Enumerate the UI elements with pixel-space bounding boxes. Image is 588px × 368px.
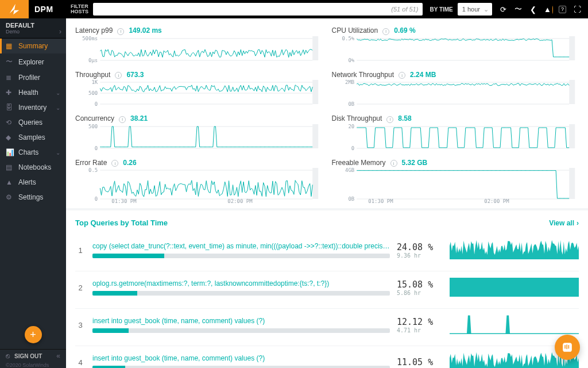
info-icon[interactable]: i: [117, 28, 124, 35]
collapse-sidebar-icon[interactable]: «: [56, 352, 60, 360]
nav-icon: ⟲: [6, 118, 14, 126]
queries-title: Top Queries by Total Time: [75, 218, 168, 227]
metric-title: Throughput: [75, 71, 110, 79]
metric-chart[interactable]: 0.5%0%: [332, 35, 579, 65]
signout-icon[interactable]: ⎋: [6, 352, 10, 360]
metric-chart[interactable]: 1K5000: [75, 79, 323, 109]
env-selector[interactable]: DEFAULT Demo ›: [0, 18, 66, 39]
bell-icon[interactable]: ▲: [544, 5, 552, 13]
query-time: 5.86 hr: [397, 290, 443, 296]
metric-title: Network Throughput: [332, 71, 394, 79]
env-name: DEFAULT: [6, 22, 60, 29]
query-time: 4.71 hr: [397, 327, 443, 334]
sidebar-item-notebooks[interactable]: ▤Notebooks: [0, 160, 66, 175]
metric-chart[interactable]: 500ms0µs: [75, 35, 323, 65]
info-icon[interactable]: i: [382, 28, 389, 35]
trend-icon[interactable]: 〜: [514, 5, 522, 13]
sidebar-item-inventory[interactable]: 🗄Inventory⌄: [0, 100, 66, 115]
sidebar-item-charts[interactable]: 📊Charts⌄: [0, 145, 66, 160]
svg-text:0.5: 0.5: [88, 167, 98, 173]
sidebar-item-profiler[interactable]: ≣Profiler: [0, 70, 66, 85]
add-button[interactable]: +: [25, 326, 42, 343]
query-index: 2: [75, 283, 86, 292]
svg-rect-39: [569, 168, 575, 199]
sidebar-item-queries[interactable]: ⟲Queries: [0, 115, 66, 130]
query-row[interactable]: 1 copy (select date_trunc(?::text, event…: [75, 234, 579, 271]
query-sparkline: [450, 276, 579, 299]
query-pct: 12.12 %: [397, 317, 443, 327]
svg-text:0B: 0B: [348, 196, 354, 202]
sidebar-item-alerts[interactable]: ▲Alerts: [0, 175, 66, 190]
info-icon[interactable]: i: [119, 116, 126, 123]
svg-text:02:00 PM: 02:00 PM: [227, 198, 253, 204]
svg-text:01:30 PM: 01:30 PM: [111, 198, 137, 204]
sidebar-item-samples[interactable]: ◆Samples: [0, 130, 66, 145]
metrics-grid: Latency p99 i 149.02 ms 500ms0µs Through…: [66, 18, 588, 210]
info-icon[interactable]: i: [115, 72, 122, 79]
query-sparkline: [450, 313, 579, 336]
svg-text:0%: 0%: [348, 57, 354, 63]
metric-chart[interactable]: 200: [332, 123, 579, 153]
svg-rect-48: [566, 344, 567, 349]
metric-head: Disk Throughput i 8.58: [332, 114, 579, 123]
nav-icon: 🗄: [6, 103, 14, 112]
info-icon[interactable]: i: [111, 160, 118, 167]
intercom-launcher[interactable]: [555, 335, 580, 360]
chevron-right-icon: ›: [577, 219, 579, 227]
metric-title: CPU Utilization: [332, 26, 378, 34]
query-bar: [92, 291, 390, 296]
svg-rect-29: [569, 80, 575, 104]
svg-rect-49: [568, 345, 570, 348]
svg-text:0: 0: [95, 101, 98, 107]
svg-text:500: 500: [88, 124, 98, 129]
metric-title: Latency p99: [75, 26, 113, 34]
copyright: ©2020 SolarWinds: [0, 362, 66, 368]
filter-hosts-input[interactable]: (51 of 51): [93, 3, 423, 16]
svg-text:4GB: 4GB: [345, 167, 354, 173]
metric-value: 5.32 GB: [402, 159, 428, 167]
query-index: 1: [75, 246, 86, 255]
info-icon[interactable]: i: [399, 72, 405, 79]
svg-rect-24: [569, 36, 575, 60]
fullscreen-icon[interactable]: ⛶: [573, 5, 581, 13]
metric-title: Error Rate: [75, 159, 107, 167]
info-icon[interactable]: i: [390, 160, 397, 167]
nav-icon: ▤: [6, 163, 14, 171]
share-icon[interactable]: ❮: [529, 5, 537, 13]
query-pct: 11.05 %: [397, 357, 443, 367]
metric-head: Network Throughput i 2.24 MB: [332, 71, 579, 79]
sidebar: DEFAULT Demo › ▦Summary〜Explorer≣Profile…: [0, 18, 66, 368]
query-row[interactable]: 2 oplog.rs.getmore(maxtimems:?, term:?, …: [75, 271, 579, 309]
help-icon[interactable]: ?: [559, 6, 566, 13]
query-row[interactable]: 3 insert into guest_book (time, name, co…: [75, 309, 579, 346]
metric-chart[interactable]: 0.50 01:30 PM02:00 PM: [75, 167, 323, 204]
metric-title: Concurrency: [75, 114, 114, 122]
metric-head: Freeable Memory i 5.32 GB: [332, 159, 579, 167]
query-row[interactable]: 4 insert into guest_book (time, name, co…: [75, 346, 579, 368]
svg-text:0µs: 0µs: [88, 57, 98, 63]
svg-text:01:30 PM: 01:30 PM: [368, 198, 393, 204]
time-range-select[interactable]: 1 hour ⌄: [458, 3, 492, 16]
query-index: 4: [75, 358, 86, 367]
logo[interactable]: [0, 0, 29, 18]
view-all-link[interactable]: View all ›: [549, 219, 579, 227]
metric-value: 38.21: [130, 114, 148, 122]
filter-hosts-label: FILTER HOSTS: [66, 4, 93, 14]
sidebar-item-summary[interactable]: ▦Summary: [0, 39, 66, 53]
query-sql: oplog.rs.getmore(maxtimems:?, term:?, la…: [92, 279, 390, 288]
signout-label[interactable]: SIGN OUT: [14, 353, 42, 359]
info-icon[interactable]: i: [386, 116, 393, 123]
metric-title: Freeable Memory: [332, 159, 386, 167]
svg-rect-0: [312, 36, 318, 60]
sidebar-item-health[interactable]: ✚Health⌄: [0, 85, 66, 100]
svg-text:02:00 PM: 02:00 PM: [484, 198, 509, 204]
metric-chart[interactable]: 2MB0B: [332, 79, 579, 109]
metric-value: 149.02 ms: [129, 26, 161, 34]
metric-chart[interactable]: 5000: [75, 123, 323, 153]
query-sql: insert into guest_book (time, name, comm…: [92, 317, 390, 325]
metric-chart[interactable]: 4GB0B 01:30 PM02:00 PM: [332, 167, 579, 204]
sidebar-item-explorer[interactable]: 〜Explorer: [0, 53, 66, 70]
sidebar-item-settings[interactable]: ⚙Settings: [0, 190, 66, 205]
refresh-icon[interactable]: ⟳: [499, 5, 507, 13]
svg-rect-17: [312, 168, 318, 199]
